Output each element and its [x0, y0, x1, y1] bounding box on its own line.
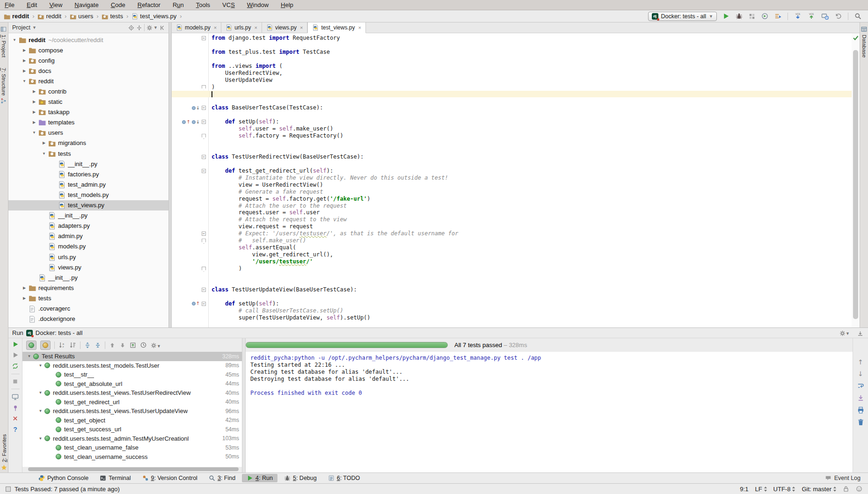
- menu-help[interactable]: Help: [281, 1, 293, 8]
- test-result-row[interactable]: test_clean_username_false53ms: [22, 443, 242, 452]
- previous-occurrence-button[interactable]: [109, 342, 116, 349]
- project-tree-row[interactable]: ▼reddit: [8, 76, 168, 86]
- sidebar-tab-structure[interactable]: 7: Structure: [0, 68, 7, 104]
- implemented-marker-icon[interactable]: ↓: [192, 106, 200, 110]
- project-tree-row[interactable]: __init__.py: [8, 211, 168, 221]
- chevron-expanded-icon[interactable]: ▼: [37, 363, 44, 368]
- readonly-lock-icon[interactable]: [843, 486, 849, 492]
- test-result-row[interactable]: ▼reddit.users.tests.test_views.TestUserU…: [22, 407, 242, 416]
- vcs-commit-button[interactable]: [808, 13, 815, 20]
- chevron-collapsed-icon[interactable]: ▶: [41, 141, 47, 145]
- print-button[interactable]: [857, 407, 864, 414]
- editor-tab-test_views.py[interactable]: test_views.py×: [307, 22, 365, 33]
- breadcrumb-item[interactable]: tests: [102, 13, 123, 20]
- menu-run[interactable]: Run: [173, 1, 184, 8]
- toolwindow-button-9-version-control[interactable]: 9: Version Control: [138, 474, 202, 482]
- hide-panel-button[interactable]: [857, 329, 863, 336]
- toolwindow-switcher-icon[interactable]: [6, 487, 11, 492]
- chevron-expanded-icon[interactable]: ▼: [37, 391, 44, 395]
- toggle-auto-test-button[interactable]: [12, 363, 19, 370]
- menu-refactor[interactable]: Refactor: [138, 1, 160, 8]
- fold-marker[interactable]: −: [202, 302, 206, 306]
- fold-marker[interactable]: −: [202, 155, 206, 159]
- close-tab-icon[interactable]: ×: [358, 25, 361, 30]
- chevron-collapsed-icon[interactable]: ▶: [31, 120, 37, 124]
- project-tree-row[interactable]: ▶static: [8, 97, 168, 107]
- project-tree-row[interactable]: ▶requirements: [8, 283, 168, 293]
- breadcrumb-item[interactable]: users: [70, 13, 93, 20]
- line-ending-select[interactable]: LF: [755, 486, 766, 493]
- menu-window[interactable]: Window: [247, 1, 269, 8]
- chevron-expanded-icon[interactable]: ▼: [41, 152, 47, 156]
- menu-edit[interactable]: Edit: [27, 1, 37, 8]
- scroll-to-end-button[interactable]: [857, 394, 864, 401]
- project-tree-row[interactable]: ▼users: [8, 128, 168, 138]
- test-result-row[interactable]: ▼Test Results328ms: [22, 352, 242, 361]
- encoding-select[interactable]: UTF-8: [773, 486, 795, 493]
- gutter-markers[interactable]: ↓: [177, 105, 200, 111]
- sidebar-tab-favorites[interactable]: 2: Favorites: [1, 434, 7, 471]
- sort-by-duration-button[interactable]: [69, 341, 76, 349]
- scroll-to-top-button[interactable]: ↑: [858, 359, 863, 365]
- locate-file-button[interactable]: [128, 25, 134, 31]
- editor-scrollbar[interactable]: [852, 33, 860, 327]
- close-tab-icon[interactable]: ×: [214, 25, 217, 30]
- editor-tab-models.py[interactable]: models.py×: [172, 22, 221, 33]
- test-result-row[interactable]: test_get_success_url54ms: [22, 425, 242, 434]
- test-result-row[interactable]: test__str__45ms: [22, 370, 242, 379]
- chevron-expanded-icon[interactable]: ▼: [31, 131, 37, 135]
- toolwindow-button-terminal[interactable]: Terminal: [95, 474, 135, 482]
- chevron-collapsed-icon[interactable]: ▶: [31, 110, 37, 114]
- fold-marker[interactable]: −: [202, 120, 206, 124]
- project-tree-row[interactable]: urls.py: [8, 252, 168, 262]
- stop-button[interactable]: [12, 378, 18, 385]
- test-result-row[interactable]: ▼reddit.users.tests.test_models.TestUser…: [22, 361, 242, 370]
- chevron-expanded-icon[interactable]: ▼: [37, 409, 44, 413]
- fold-marker[interactable]: −: [202, 232, 206, 236]
- collapse-all-button[interactable]: [136, 25, 142, 31]
- sidebar-tab-database[interactable]: Database: [861, 26, 867, 58]
- project-tree-row[interactable]: views.py: [8, 262, 168, 272]
- project-tree-row[interactable]: ▶templates: [8, 117, 168, 128]
- project-tree-row[interactable]: test_views.py: [8, 200, 168, 211]
- chevron-collapsed-icon[interactable]: ▶: [31, 100, 37, 104]
- sort-alphabetically-button[interactable]: [58, 341, 66, 349]
- project-tree-row[interactable]: models.py: [8, 241, 168, 252]
- event-log-button[interactable]: Event Log: [825, 475, 861, 481]
- scroll-down-button[interactable]: ↓: [858, 370, 863, 377]
- project-tree-row[interactable]: adapters.py: [8, 221, 168, 231]
- override-marker-icon[interactable]: ↑: [192, 301, 200, 306]
- fold-marker[interactable]: [202, 267, 206, 272]
- rerun-button[interactable]: [12, 341, 19, 348]
- close-button[interactable]: [12, 415, 18, 421]
- project-tree-row[interactable]: ▶contrib: [8, 86, 168, 96]
- expand-all-button[interactable]: [84, 342, 91, 349]
- breadcrumb-item[interactable]: test_views.py: [131, 13, 176, 20]
- highlighting-level-icon[interactable]: [856, 486, 862, 492]
- menu-view[interactable]: View: [49, 1, 62, 8]
- code-editor[interactable]: −from django.test import RequestFactoryf…: [172, 33, 860, 327]
- profiler-button[interactable]: [761, 13, 768, 20]
- menu-code[interactable]: Code: [111, 1, 125, 8]
- fold-marker[interactable]: [202, 239, 206, 244]
- gutter-markers[interactable]: ↑: [177, 301, 200, 307]
- project-tree-row[interactable]: ▶docs: [8, 65, 168, 76]
- project-tree-row[interactable]: admin.py: [8, 231, 168, 241]
- export-test-results-button[interactable]: [130, 342, 136, 349]
- show-passed-toggle[interactable]: [26, 341, 36, 350]
- project-tree-row[interactable]: ▶tests: [8, 293, 168, 303]
- toolwindow-button-6-todo[interactable]: 6: TODO: [323, 474, 365, 482]
- project-tree-row[interactable]: __init__.py: [8, 159, 168, 169]
- clear-console-button[interactable]: [857, 419, 864, 426]
- menu-file[interactable]: File: [5, 1, 15, 8]
- panel-settings-button[interactable]: ▼: [146, 25, 158, 31]
- chevron-expanded-icon[interactable]: ▼: [21, 79, 28, 83]
- test-result-row[interactable]: test_get_object42ms: [22, 416, 242, 425]
- recent-changes-button[interactable]: [821, 13, 829, 20]
- project-tree-row[interactable]: factories.py: [8, 169, 168, 179]
- menu-vcs[interactable]: VCS: [222, 1, 235, 8]
- search-everywhere-icon[interactable]: [854, 13, 861, 20]
- toolwindow-button-4-run[interactable]: 4: Run: [242, 474, 277, 482]
- menu-tools[interactable]: Tools: [196, 1, 210, 8]
- project-tree-row[interactable]: ▶config: [8, 55, 168, 65]
